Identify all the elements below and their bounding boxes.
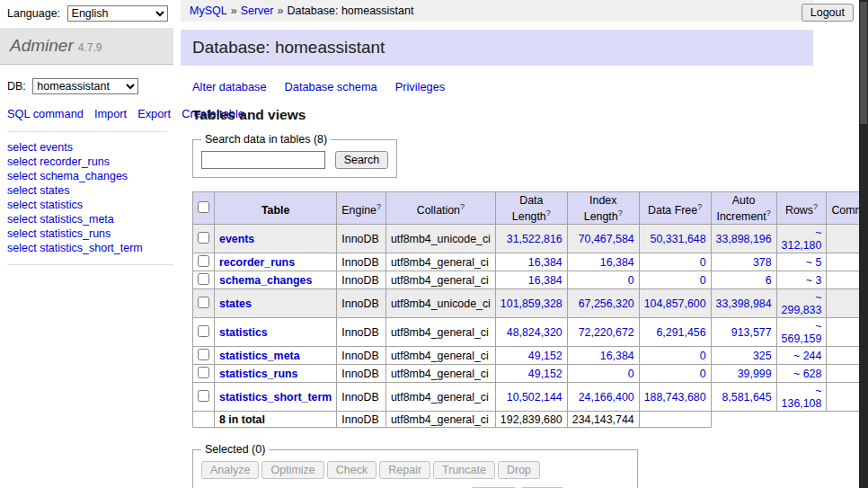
search-fieldset: Search data in tables (8) Search	[192, 133, 397, 178]
column-help-link[interactable]: ?	[376, 202, 381, 211]
table-name-link[interactable]: events	[219, 233, 254, 245]
data-length-link[interactable]: 48,824,320	[507, 326, 562, 339]
data-length-link[interactable]: 49,152	[528, 350, 562, 362]
table-name-link[interactable]: statistics_short_term	[219, 391, 332, 404]
column-help-link[interactable]: ?	[697, 202, 702, 211]
row-checkbox[interactable]	[198, 390, 209, 402]
auto-increment-link[interactable]: 33,398,984	[716, 297, 772, 310]
auto-increment-link[interactable]: 378	[753, 256, 772, 269]
sidebar-action-link[interactable]: Import	[94, 107, 127, 120]
data-free-link[interactable]: 188,743,680	[644, 391, 706, 404]
data-length-link[interactable]: 101,859,328	[500, 297, 562, 310]
table-name-link[interactable]: schema_changes	[219, 274, 312, 287]
rows-count-link[interactable]: ~ 628	[793, 368, 821, 380]
row-checkbox[interactable]	[198, 232, 209, 244]
column-header: Engine?	[337, 192, 386, 225]
selected-action-button[interactable]: Drop	[498, 461, 540, 479]
sidebar-action-link[interactable]: Export	[137, 107, 171, 120]
rows-count-link[interactable]: ~ 312,180	[782, 226, 822, 252]
sidebar-table-link[interactable]: select recorder_runs	[7, 155, 173, 169]
data-free-link[interactable]: 0	[700, 350, 706, 362]
breadcrumb-host-link[interactable]: Server	[241, 4, 274, 17]
sidebar-table-link[interactable]: select statistics_meta	[7, 212, 173, 226]
column-help-link[interactable]: ?	[546, 209, 551, 217]
data-length-link[interactable]: 49,152	[528, 368, 562, 380]
table-name-link[interactable]: statistics	[219, 326, 268, 339]
database-action-link[interactable]: Database schema	[285, 80, 377, 93]
data-free-link[interactable]: 104,857,600	[644, 297, 706, 310]
rows-count-link[interactable]: ~ 299,833	[782, 291, 822, 316]
db-select[interactable]: homeassistant	[32, 78, 138, 94]
data-free-link[interactable]: 0	[700, 368, 706, 380]
data-free-link[interactable]: 6,291,456	[656, 326, 705, 339]
index-length-link[interactable]: 24,166,400	[579, 391, 634, 404]
sidebar-table-link[interactable]: select statistics	[7, 198, 173, 212]
selected-action-button[interactable]: Analyze	[201, 461, 259, 479]
column-header-label: Data Free	[648, 204, 697, 217]
search-button[interactable]: Search	[335, 151, 389, 169]
table-name-link[interactable]: recorder_runs	[219, 256, 295, 269]
selected-action-button[interactable]: Repair	[379, 461, 430, 479]
sidebar-table-link[interactable]: select schema_changes	[7, 169, 173, 183]
index-length-link[interactable]: 16,384	[600, 350, 634, 362]
auto-increment-link[interactable]: 913,577	[731, 326, 772, 339]
column-help-link[interactable]: ?	[618, 209, 623, 217]
index-length-link[interactable]: 67,256,320	[579, 297, 634, 310]
table-name-link[interactable]: statistics_runs	[219, 368, 297, 380]
index-length-link[interactable]: 0	[628, 274, 634, 287]
data-free-link[interactable]: 0	[700, 274, 706, 287]
selected-action-button[interactable]: Optimize	[261, 461, 323, 479]
database-action-link[interactable]: Alter database	[192, 80, 267, 93]
index-length-link[interactable]: 16,384	[600, 256, 634, 269]
sidebar-table-link[interactable]: select states	[7, 183, 173, 198]
data-length-link[interactable]: 16,384	[528, 274, 562, 287]
rows-count-link[interactable]: ~ 244	[793, 350, 821, 362]
auto-increment-link[interactable]: 325	[753, 350, 772, 362]
auto-increment-link[interactable]: 33,898,196	[716, 233, 772, 245]
column-help-link[interactable]: ?	[766, 209, 771, 217]
rows-count-link[interactable]: ~ 569,159	[782, 320, 822, 345]
data-length-link[interactable]: 16,384	[528, 256, 562, 269]
data-length-link[interactable]: 10,502,144	[507, 391, 562, 404]
sidebar-table-link[interactable]: select events	[7, 140, 173, 155]
selected-action-button[interactable]: Truncate	[433, 461, 495, 479]
auto-increment-link[interactable]: 8,581,645	[722, 391, 771, 404]
data-free-link[interactable]: 50,331,648	[651, 233, 706, 245]
data-free-link[interactable]: 0	[700, 256, 706, 269]
table-name-link[interactable]: states	[219, 297, 252, 310]
table-name-link[interactable]: statistics_meta	[219, 350, 300, 362]
database-action-link[interactable]: Privileges	[395, 80, 445, 93]
auto-increment-link[interactable]: 6	[766, 274, 772, 287]
language-select[interactable]: English	[67, 5, 168, 22]
row-checkbox[interactable]	[198, 255, 209, 267]
search-input[interactable]	[201, 151, 325, 169]
index-length-link[interactable]: 0	[628, 368, 634, 380]
sidebar-table-link[interactable]: select statistics_short_term	[7, 241, 173, 255]
index-length-link[interactable]: 70,467,584	[579, 233, 634, 245]
select-all-checkbox[interactable]	[198, 201, 209, 213]
scrollbar-thumb[interactable]	[860, 2, 867, 124]
app-name[interactable]: Adminer	[10, 36, 74, 55]
selected-action-button[interactable]: Check	[327, 461, 376, 479]
auto-increment-link[interactable]: 39,999	[738, 368, 772, 380]
row-checkbox[interactable]	[198, 367, 209, 378]
sidebar-table-link[interactable]: select statistics_runs	[7, 226, 173, 241]
logout-button[interactable]: Logout	[802, 4, 854, 22]
breadcrumb-server-link[interactable]: MySQL	[190, 4, 227, 17]
rows-count-link[interactable]: ~ 5	[806, 256, 822, 269]
row-checkbox[interactable]	[198, 273, 209, 285]
column-help-link[interactable]: ?	[813, 202, 818, 211]
rows-count-link[interactable]: ~ 3	[806, 274, 822, 287]
vertical-scrollbar[interactable]	[859, 0, 868, 488]
data-length-link[interactable]: 31,522,816	[507, 233, 562, 245]
column-help-link[interactable]: ?	[460, 202, 465, 211]
row-checkbox[interactable]	[198, 325, 209, 337]
sidebar-action-link[interactable]: SQL command	[7, 107, 84, 120]
tables-heading: Tables and views	[192, 107, 813, 123]
row-checkbox[interactable]	[198, 297, 209, 308]
selected-legend: Selected (0)	[201, 443, 269, 456]
index-length-link[interactable]: 72,220,672	[579, 326, 634, 339]
rows-count-link[interactable]: ~ 136,108	[782, 385, 822, 410]
app-version: 4.7.9	[78, 41, 102, 54]
row-checkbox[interactable]	[198, 349, 209, 360]
